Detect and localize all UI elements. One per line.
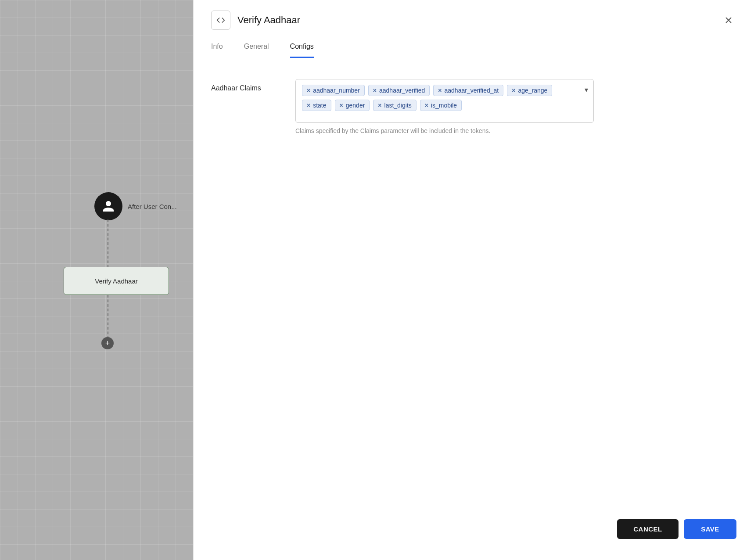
connector-line-1	[108, 219, 108, 268]
remove-aadhaar-number[interactable]: ×	[307, 87, 310, 93]
remove-age-range[interactable]: ×	[512, 87, 515, 93]
claims-tags-container: × aadhaar_number × aadhaar_verified × aa…	[302, 85, 587, 111]
tag-state: × state	[302, 100, 331, 111]
user-node-label: After User Con...	[128, 203, 177, 210]
tabs-container: Info General Configs	[194, 43, 754, 58]
tag-label: state	[313, 102, 326, 109]
aadhaar-claims-label: Aadhaar Claims	[211, 79, 281, 92]
panel-header: Verify Aadhaar	[194, 0, 754, 30]
tab-configs[interactable]: Configs	[290, 43, 314, 58]
cancel-button[interactable]: CANCEL	[617, 519, 679, 539]
verify-node-label: Verify Aadhaar	[95, 277, 138, 285]
remove-last-digits[interactable]: ×	[378, 102, 381, 108]
aadhaar-claims-row: Aadhaar Claims × aadhaar_number × aadhaa…	[211, 79, 736, 123]
tag-gender: × gender	[335, 100, 370, 111]
tag-label: aadhaar_verified	[379, 87, 425, 94]
close-button[interactable]	[721, 12, 736, 28]
panel-footer: CANCEL SAVE	[194, 519, 754, 560]
dropdown-arrow-icon[interactable]: ▾	[585, 86, 588, 94]
tag-last-digits: × last_digits	[373, 100, 416, 111]
plus-icon: +	[105, 339, 110, 347]
panel-body: Aadhaar Claims × aadhaar_number × aadhaa…	[194, 58, 754, 310]
tag-label: is_mobile	[431, 102, 457, 109]
code-icon-button[interactable]	[211, 11, 230, 30]
remove-state[interactable]: ×	[307, 102, 310, 108]
panel-title: Verify Aadhaar	[237, 14, 300, 26]
claims-input-box[interactable]: × aadhaar_number × aadhaar_verified × aa…	[295, 79, 594, 123]
panel-header-left: Verify Aadhaar	[211, 11, 300, 30]
remove-is-mobile[interactable]: ×	[425, 102, 428, 108]
remove-aadhaar-verified-at[interactable]: ×	[438, 87, 442, 93]
person-icon	[102, 200, 115, 213]
tag-label: gender	[346, 102, 365, 109]
config-panel: Verify Aadhaar Info General Configs Aadh…	[193, 0, 754, 560]
tag-aadhaar-verified: × aadhaar_verified	[368, 85, 430, 96]
save-button[interactable]: SAVE	[684, 519, 736, 539]
tag-label: last_digits	[384, 102, 412, 109]
tag-label: aadhaar_verified_at	[445, 87, 499, 94]
tag-label: age_range	[518, 87, 547, 94]
tab-info[interactable]: Info	[211, 43, 223, 58]
close-icon	[724, 15, 733, 25]
tag-label: aadhaar_number	[313, 87, 360, 94]
connector-line-2	[108, 295, 108, 339]
tag-aadhaar-verified-at: × aadhaar_verified_at	[433, 85, 503, 96]
claims-hint: Claims specified by the Claims parameter…	[295, 127, 594, 134]
remove-gender[interactable]: ×	[340, 102, 343, 108]
verify-aadhaar-node[interactable]: Verify Aadhaar	[64, 267, 169, 295]
tag-is-mobile: × is_mobile	[420, 100, 462, 111]
user-node: After User Con...	[94, 192, 177, 220]
user-avatar	[94, 192, 122, 220]
add-step-button[interactable]: +	[101, 337, 114, 349]
remove-aadhaar-verified[interactable]: ×	[373, 87, 377, 93]
tab-general[interactable]: General	[244, 43, 269, 58]
tag-aadhaar-number: × aadhaar_number	[302, 85, 365, 96]
code-icon	[216, 16, 225, 25]
tag-age-range: × age_range	[507, 85, 552, 96]
